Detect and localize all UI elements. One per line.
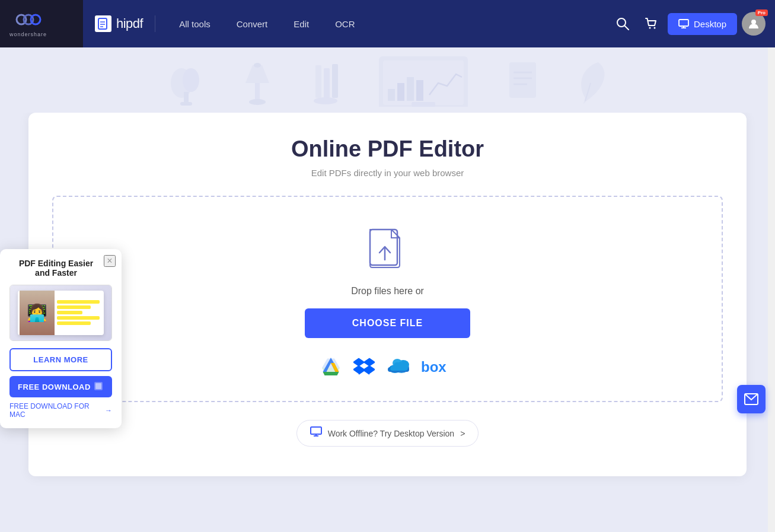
hipdf-icon	[95, 15, 111, 32]
svg-point-22	[254, 63, 261, 68]
pro-badge: Pro	[755, 9, 768, 16]
desktop-icon	[310, 426, 322, 440]
promotional-popup: × PDF Editing Easierand Faster 👩‍💻 LEARN…	[0, 249, 122, 428]
cloud-icons: box	[320, 356, 455, 377]
illus-feather	[575, 59, 607, 107]
svg-point-2	[31, 15, 40, 24]
svg-rect-25	[332, 64, 338, 98]
svg-rect-30	[397, 83, 404, 101]
hero-background	[0, 47, 775, 113]
popup-title: PDF Editing Easierand Faster	[9, 259, 112, 278]
mac-link-arrow: →	[105, 406, 112, 415]
learn-more-button[interactable]: LEARN MORE	[9, 348, 112, 371]
svg-rect-3	[98, 18, 107, 29]
drop-zone[interactable]: Drop files here or CHOOSE FILE	[52, 196, 723, 402]
desktop-btn-label: Desktop	[694, 19, 726, 29]
nav-edit[interactable]: Edit	[282, 14, 321, 34]
svg-rect-29	[388, 89, 395, 101]
choose-file-button[interactable]: CHOOSE FILE	[305, 308, 470, 338]
mac-link-text: FREE DOWNLOAD FOR MAC	[9, 402, 103, 419]
svg-rect-20	[255, 83, 260, 101]
svg-rect-59	[95, 383, 101, 389]
nav-actions: Desktop Pro	[611, 12, 775, 36]
dropbox-icon[interactable]	[353, 356, 375, 377]
svg-point-21	[249, 99, 266, 105]
cart-button[interactable]	[639, 12, 663, 36]
wondershare-text: wondershare	[9, 31, 47, 37]
screenshot-person-image: 👩‍💻	[20, 291, 54, 335]
svg-rect-18	[180, 102, 192, 106]
brand-logo[interactable]: wondershare	[0, 0, 83, 47]
svg-rect-11	[679, 20, 688, 26]
hipdf-text: hipdf	[116, 16, 143, 31]
nav-all-tools[interactable]: All tools	[167, 14, 222, 34]
illus-pencils	[311, 59, 340, 107]
page-title: Online PDF Editor	[52, 136, 723, 162]
box-icon[interactable]: box	[420, 358, 455, 375]
desktop-banner-arrow: >	[460, 429, 465, 438]
mac-download-link[interactable]: FREE DOWNLOAD FOR MAC →	[9, 402, 112, 419]
screenshot-content-lines	[55, 298, 102, 327]
nav-ocr[interactable]: OCR	[323, 14, 366, 34]
navbar: wondershare hipdf All tools Convert Edit…	[0, 0, 775, 47]
svg-rect-55	[311, 427, 321, 434]
svg-marker-45	[364, 359, 375, 366]
mail-fab-button[interactable]	[737, 385, 766, 413]
desktop-banner-text: Work Offline? Try Desktop Version	[328, 429, 454, 438]
svg-marker-44	[353, 359, 364, 366]
drop-text: Drop files here or	[351, 286, 424, 297]
page-subtitle: Edit PDFs directly in your web browser	[52, 168, 723, 178]
illus-plant	[168, 53, 204, 107]
svg-point-10	[653, 27, 655, 29]
illus-document	[506, 59, 539, 107]
google-drive-icon[interactable]	[320, 356, 342, 377]
upload-icon	[367, 227, 409, 274]
popup-screenshot: 👩‍💻	[9, 285, 112, 341]
free-download-button[interactable]: FREE DOWNLOAD	[9, 376, 112, 397]
svg-rect-23	[315, 65, 321, 98]
svg-point-9	[649, 27, 650, 29]
download-btn-label: FREE DOWNLOAD	[18, 383, 91, 391]
svg-marker-19	[245, 65, 269, 83]
main-card: Online PDF Editor Edit PDFs directly in …	[28, 113, 747, 476]
scrollbar[interactable]	[768, 0, 775, 532]
svg-rect-31	[407, 77, 414, 101]
nav-links: All tools Convert Edit OCR	[161, 14, 611, 34]
illus-monitor	[376, 53, 471, 107]
hipdf-logo[interactable]: hipdf	[83, 15, 155, 32]
svg-rect-33	[412, 102, 435, 107]
wondershare-logo: wondershare	[9, 10, 47, 37]
svg-marker-42	[323, 372, 339, 375]
svg-rect-32	[416, 80, 423, 101]
search-button[interactable]	[611, 12, 634, 36]
svg-point-14	[751, 20, 756, 24]
svg-point-26	[314, 97, 337, 104]
hero-illustrations	[168, 53, 607, 107]
svg-point-16	[183, 68, 199, 92]
svg-line-8	[624, 26, 629, 30]
onedrive-icon[interactable]	[387, 356, 408, 377]
desktop-version-banner[interactable]: Work Offline? Try Desktop Version >	[296, 420, 479, 447]
svg-rect-34	[509, 62, 536, 98]
user-avatar-wrap[interactable]: Pro	[742, 12, 766, 36]
svg-rect-24	[324, 68, 330, 98]
svg-text:box: box	[421, 359, 446, 375]
desktop-button[interactable]: Desktop	[668, 13, 737, 35]
popup-close-button[interactable]: ×	[104, 255, 116, 267]
nav-convert[interactable]: Convert	[225, 14, 280, 34]
illus-lamp	[240, 53, 275, 107]
